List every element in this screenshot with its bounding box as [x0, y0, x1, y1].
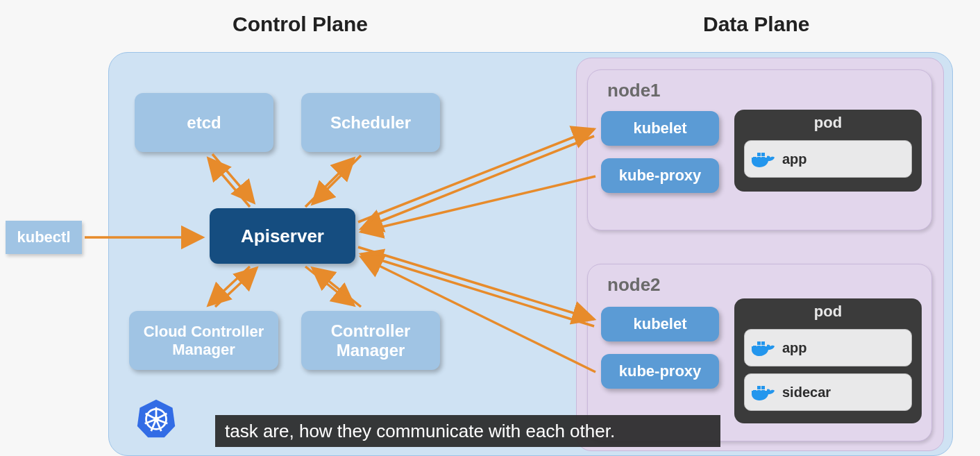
node2-sidecar: sidecar [744, 373, 912, 411]
svg-rect-3 [757, 153, 761, 156]
box-kubectl: kubectl [6, 221, 82, 254]
svg-rect-13 [757, 386, 761, 389]
svg-rect-9 [761, 341, 765, 345]
node1-kube-proxy: kube-proxy [601, 158, 719, 193]
box-apiserver: Apiserver [210, 208, 355, 264]
node2-app: app [744, 329, 912, 366]
box-cloud-controller-manager: Cloud Controller Manager [129, 311, 278, 370]
node1-app-label: app [782, 151, 807, 167]
svg-rect-14 [761, 386, 765, 389]
box-etcd: etcd [135, 93, 273, 152]
node1-app: app [744, 140, 912, 178]
node2-pod: pod app sidecar [734, 298, 922, 423]
heading-control-plane: Control Plane [233, 12, 368, 36]
node2-kubelet: kubelet [601, 307, 719, 341]
node2-sidecar-label: sidecar [782, 385, 831, 400]
kubernetes-logo-icon [136, 398, 176, 439]
diagram-stage: Control Plane Data Plane etcd Scheduler … [0, 0, 980, 456]
node1-kubelet: kubelet [601, 111, 719, 146]
docker-icon [752, 339, 775, 357]
node1-title: node1 [607, 80, 661, 101]
heading-data-plane: Data Plane [703, 12, 809, 36]
svg-rect-8 [757, 341, 761, 345]
node2-title: node2 [607, 274, 661, 296]
subtitle-caption: task are, how they communicate with each… [215, 415, 720, 447]
node1-pod-title: pod [734, 114, 922, 132]
docker-icon [752, 383, 775, 401]
node2-kube-proxy: kube-proxy [601, 354, 719, 389]
node2-pod-title: pod [734, 303, 922, 321]
box-controller-manager: Controller Manager [301, 311, 440, 370]
node2-app-label: app [782, 340, 807, 356]
node1-pod: pod app [734, 110, 922, 192]
docker-icon [752, 150, 775, 168]
svg-rect-4 [761, 153, 765, 156]
box-scheduler: Scheduler [301, 93, 440, 152]
svg-point-24 [153, 416, 158, 421]
